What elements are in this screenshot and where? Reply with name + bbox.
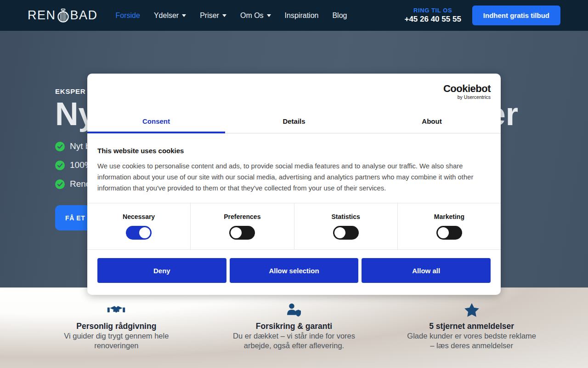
check-circle-icon bbox=[55, 142, 65, 151]
category-label: Statistics bbox=[332, 213, 360, 220]
preferences-toggle[interactable] bbox=[229, 226, 255, 240]
check-circle-icon bbox=[55, 179, 65, 189]
category-label: Marketing bbox=[434, 213, 464, 220]
feature-insurance: Forsikring & garanti Du er dækket – vi s… bbox=[205, 303, 383, 368]
category-statistics: Statistics bbox=[294, 203, 398, 249]
tab-details[interactable]: Details bbox=[225, 109, 363, 133]
nav-item-blog[interactable]: Blog bbox=[325, 7, 354, 24]
nav-item-label: Blog bbox=[332, 12, 347, 20]
toggle-knob bbox=[231, 227, 242, 238]
feature-description-line: Du er dækket – vi står inde for vores bbox=[205, 331, 383, 341]
deny-button[interactable]: Deny bbox=[97, 258, 226, 283]
handshake-icon bbox=[107, 304, 125, 316]
top-navigation: REN BAD Forside Ydelser bbox=[0, 0, 588, 31]
feature-description-line: renoveringen bbox=[28, 341, 205, 351]
nav-item-label: Forside bbox=[116, 12, 140, 20]
get-quote-button[interactable]: Indhent gratis tilbud bbox=[472, 6, 560, 25]
cookie-dialog-description: We use cookies to personalise content an… bbox=[97, 161, 491, 194]
feature-description-line: – læs deres anmeldelser bbox=[383, 341, 560, 351]
main-menu: Forside Ydelser Priser Om Os Inspiration… bbox=[109, 7, 354, 24]
cookiebot-byline: by Usercentrics bbox=[443, 94, 491, 100]
nav-item-label: Inspiration bbox=[285, 12, 319, 20]
checklist-item: Nyt b bbox=[55, 141, 92, 151]
cookiebot-logo-text: Cookiebot bbox=[443, 84, 491, 94]
chevron-down-icon bbox=[182, 14, 186, 17]
tab-consent[interactable]: Consent bbox=[87, 109, 225, 133]
feature-title: 5 stjernet anmeldelser bbox=[383, 322, 560, 331]
shower-logo-icon bbox=[57, 8, 69, 23]
toggle-knob bbox=[438, 227, 449, 238]
feature-title: Personlig rådgivning bbox=[28, 322, 205, 331]
checklist-item: 100% bbox=[55, 160, 92, 170]
cookie-dialog-body: This website uses cookies We use cookies… bbox=[87, 133, 501, 194]
feature-description-line: arbejde, også efter aflevering. bbox=[205, 341, 383, 351]
site-logo[interactable]: REN BAD bbox=[28, 8, 98, 23]
toggle-knob bbox=[334, 227, 345, 238]
category-label: Necessary bbox=[123, 213, 155, 220]
feature-title: Forsikring & garanti bbox=[205, 322, 383, 331]
star-icon bbox=[464, 303, 479, 317]
feature-personal-advice: Personlig rådgivning Vi guider dig trygt… bbox=[28, 303, 205, 368]
cookie-category-toggles: Necessary Preferences Statistics Marketi… bbox=[87, 203, 501, 250]
nav-item-label: Om Os bbox=[240, 12, 264, 20]
cookiebot-logo[interactable]: Cookiebot by Usercentrics bbox=[443, 84, 491, 100]
category-necessary: Necessary bbox=[87, 203, 191, 249]
allow-all-button[interactable]: Allow all bbox=[362, 258, 491, 283]
nav-item-priser[interactable]: Priser bbox=[193, 7, 233, 24]
tab-about[interactable]: About bbox=[363, 109, 501, 133]
call-us-label: RING TIL OS bbox=[404, 7, 461, 14]
marketing-toggle[interactable] bbox=[436, 226, 462, 240]
feature-description-line: Vi guider dig trygt gennem hele bbox=[28, 331, 205, 341]
toggle-knob bbox=[139, 227, 150, 238]
feature-description-line: Glade kunder er vores bedste reklame bbox=[383, 331, 560, 341]
hero-eyebrow-fragment: EKSPER bbox=[55, 87, 86, 95]
nav-item-inspiration[interactable]: Inspiration bbox=[278, 7, 326, 24]
cookie-dialog-title: This website uses cookies bbox=[97, 147, 491, 155]
nav-item-label: Ydelser bbox=[154, 12, 179, 20]
check-circle-icon bbox=[55, 161, 65, 170]
statistics-toggle[interactable] bbox=[333, 226, 359, 240]
call-us-block: RING TIL OS +45 26 40 55 55 bbox=[404, 7, 461, 24]
chevron-down-icon bbox=[222, 14, 226, 17]
nav-item-om-os[interactable]: Om Os bbox=[233, 7, 278, 24]
cookie-dialog-header: Cookiebot by Usercentrics bbox=[87, 74, 501, 109]
cookie-dialog-tabs: Consent Details About bbox=[87, 109, 501, 133]
phone-number-link[interactable]: +45 26 40 55 55 bbox=[404, 15, 461, 24]
checklist-item: Reno bbox=[55, 179, 92, 189]
category-preferences: Preferences bbox=[191, 203, 294, 249]
logo-text-right: BAD bbox=[70, 8, 98, 23]
user-shield-icon bbox=[286, 303, 302, 317]
features-strip: Personlig rådgivning Vi guider dig trygt… bbox=[0, 288, 588, 368]
feature-reviews: 5 stjernet anmeldelser Glade kunder er v… bbox=[383, 303, 560, 368]
cookie-consent-dialog: Cookiebot by Usercentrics Consent Detail… bbox=[87, 74, 501, 295]
cookie-dialog-buttons: Deny Allow selection Allow all bbox=[87, 250, 501, 283]
category-marketing: Marketing bbox=[398, 203, 501, 249]
nav-item-forside[interactable]: Forside bbox=[109, 7, 147, 24]
logo-text-left: REN bbox=[28, 8, 56, 23]
allow-selection-button[interactable]: Allow selection bbox=[230, 258, 359, 283]
nav-item-label: Priser bbox=[200, 12, 219, 20]
chevron-down-icon bbox=[267, 14, 271, 17]
category-label: Preferences bbox=[224, 213, 260, 220]
hero-checklist: Nyt b 100% Reno bbox=[55, 141, 92, 198]
nav-item-ydelser[interactable]: Ydelser bbox=[147, 7, 193, 24]
necessary-toggle[interactable] bbox=[126, 226, 152, 240]
